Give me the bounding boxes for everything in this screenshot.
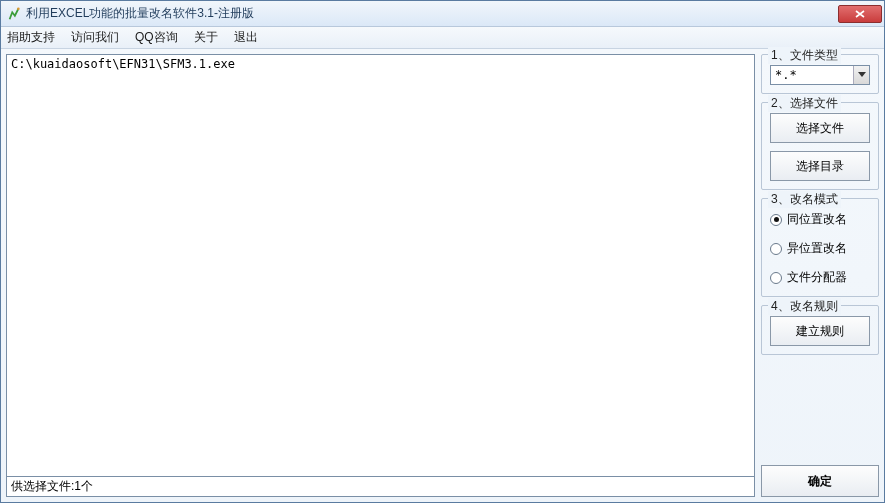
close-icon xyxy=(854,10,866,18)
right-panel: 1、文件类型 *.* 2、选择文件 选择文件 选择目录 xyxy=(761,54,879,497)
content-area: C:\kuaidaosoft\EFN31\SFM3.1.exe 供选择文件:1个… xyxy=(1,49,884,502)
file-list-pane: C:\kuaidaosoft\EFN31\SFM3.1.exe 供选择文件:1个 xyxy=(6,54,755,497)
confirm-button[interactable]: 确定 xyxy=(761,465,879,497)
menu-exit[interactable]: 退出 xyxy=(234,29,258,46)
build-rule-button[interactable]: 建立规则 xyxy=(770,316,870,346)
radio-icon xyxy=(770,243,782,255)
radio-icon xyxy=(770,214,782,226)
menu-visit[interactable]: 访问我们 xyxy=(71,29,119,46)
group-file-type: 1、文件类型 *.* xyxy=(761,54,879,94)
menu-donate[interactable]: 捐助支持 xyxy=(7,29,55,46)
radio-same-location[interactable]: 同位置改名 xyxy=(770,209,870,230)
list-item[interactable]: C:\kuaidaosoft\EFN31\SFM3.1.exe xyxy=(11,57,750,71)
svg-point-0 xyxy=(17,7,20,10)
menubar: 捐助支持 访问我们 QQ咨询 关于 退出 xyxy=(1,27,884,49)
group-select-files: 2、选择文件 选择文件 选择目录 xyxy=(761,102,879,190)
select-file-button[interactable]: 选择文件 xyxy=(770,113,870,143)
group-rename-rule: 4、改名规则 建立规则 xyxy=(761,305,879,355)
build-rule-button-label: 建立规则 xyxy=(796,323,844,340)
group-title-rename-mode: 3、改名模式 xyxy=(768,191,841,208)
confirm-area: 确定 xyxy=(761,465,879,497)
radio-different-location[interactable]: 异位置改名 xyxy=(770,238,870,259)
radio-file-distributor[interactable]: 文件分配器 xyxy=(770,267,870,288)
file-list[interactable]: C:\kuaidaosoft\EFN31\SFM3.1.exe xyxy=(7,55,754,476)
radio-label: 同位置改名 xyxy=(787,211,847,228)
group-rename-mode: 3、改名模式 同位置改名 异位置改名 文件分配器 xyxy=(761,198,879,297)
status-text: 供选择文件:1个 xyxy=(7,476,754,496)
radio-label: 异位置改名 xyxy=(787,240,847,257)
menu-about[interactable]: 关于 xyxy=(194,29,218,46)
file-type-select[interactable]: *.* xyxy=(770,65,870,85)
select-dir-button[interactable]: 选择目录 xyxy=(770,151,870,181)
group-title-select-files: 2、选择文件 xyxy=(768,95,841,112)
confirm-button-label: 确定 xyxy=(808,473,832,490)
app-icon xyxy=(7,7,21,21)
select-dir-button-label: 选择目录 xyxy=(796,158,844,175)
main-window: 利用EXCEL功能的批量改名软件3.1-注册版 捐助支持 访问我们 QQ咨询 关… xyxy=(0,0,885,503)
window-title: 利用EXCEL功能的批量改名软件3.1-注册版 xyxy=(26,5,838,22)
close-button[interactable] xyxy=(838,5,882,23)
radio-icon xyxy=(770,272,782,284)
chevron-down-icon xyxy=(853,66,869,84)
group-title-rename-rule: 4、改名规则 xyxy=(768,298,841,315)
radio-label: 文件分配器 xyxy=(787,269,847,286)
menu-qq[interactable]: QQ咨询 xyxy=(135,29,178,46)
group-title-file-type: 1、文件类型 xyxy=(768,47,841,64)
select-file-button-label: 选择文件 xyxy=(796,120,844,137)
titlebar: 利用EXCEL功能的批量改名软件3.1-注册版 xyxy=(1,1,884,27)
